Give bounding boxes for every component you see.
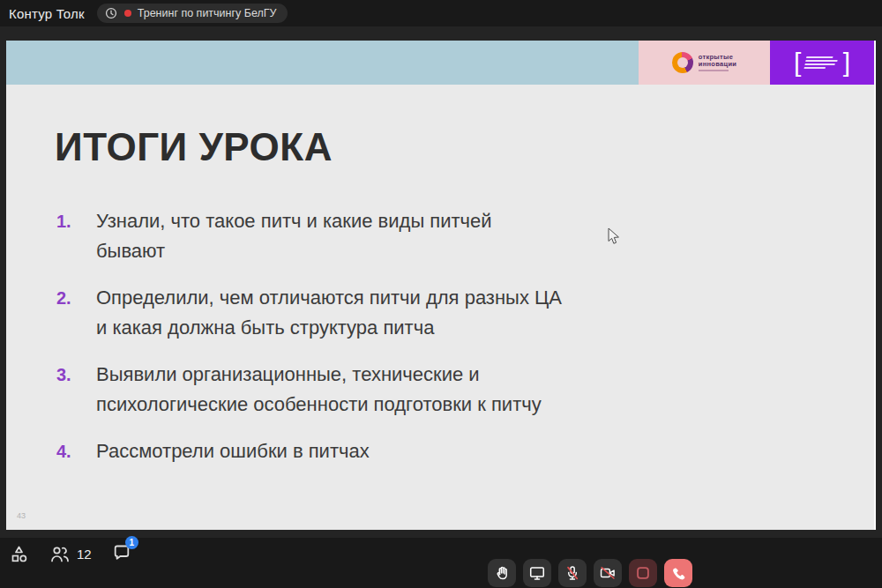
slide-page-number: 43	[17, 511, 26, 520]
participants-count: 12	[77, 547, 92, 562]
bottom-toolbar: 12 1	[0, 538, 882, 588]
list-item-line: психологические особенности подготовки к…	[96, 390, 542, 420]
phone-icon	[669, 564, 687, 582]
hand-icon	[493, 564, 511, 582]
list-item: 2. Определили, чем отличаются питчи для …	[56, 283, 562, 343]
top-bar: Контур Толк Тренинг по питчингу БелГУ	[0, 0, 882, 26]
participants-button[interactable]: 12	[49, 544, 92, 564]
slide-header-purple-bar: [ ]	[770, 41, 874, 85]
mic-off-icon	[564, 564, 581, 582]
monitor-icon	[528, 564, 546, 582]
list-item-number: 4.	[56, 436, 79, 466]
app-window: Контур Толк Тренинг по питчингу БелГУ от…	[0, 0, 882, 588]
chat-button[interactable]: 1	[111, 542, 132, 566]
list-item: 1. Узнали, что такое питч и какие виды п…	[56, 206, 492, 266]
recording-button[interactable]	[629, 559, 657, 587]
list-item-line: Узнали, что такое питч и какие виды питч…	[96, 206, 492, 236]
open-innovations-mark-icon	[672, 52, 693, 73]
slide-title: ИТОГИ УРОКА	[55, 125, 333, 169]
chat-unread-badge: 1	[125, 536, 138, 549]
scene-layout-button[interactable]	[9, 544, 29, 564]
list-item-line: бывают	[96, 236, 492, 266]
open-innovations-text: инновации	[699, 61, 736, 68]
microphone-muted-button[interactable]	[558, 559, 587, 587]
list-item: 4. Рассмотрели ошибки в питчах	[56, 436, 370, 466]
meeting-title: Тренинг по питчингу БелГУ	[138, 7, 277, 19]
raise-hand-button[interactable]	[488, 559, 516, 587]
list-item-line: Рассмотрели ошибки в питчах	[96, 436, 370, 466]
list-item-text: Определили, чем отличаются питчи для раз…	[96, 283, 562, 343]
open-innovations-tagline	[699, 70, 729, 71]
list-item: 3. Выявили организационные, технические …	[56, 360, 542, 420]
slide-header-pink-bar: открытые инновации	[639, 41, 770, 85]
meeting-badge[interactable]: Тренинг по питчингу БелГУ	[97, 4, 288, 23]
screen-share-stage: открытые инновации [ ] ИТОГИ УРОКА	[0, 26, 882, 538]
recording-dot-icon	[124, 10, 131, 17]
camera-off-button[interactable]	[594, 559, 622, 587]
list-item-text: Узнали, что такое питч и какие виды питч…	[96, 206, 492, 266]
list-item-line: Определили, чем отличаются питчи для раз…	[96, 283, 562, 313]
shared-slide: открытые инновации [ ] ИТОГИ УРОКА	[6, 41, 876, 530]
slide-header: открытые инновации [ ]	[6, 41, 874, 85]
open-innovations-logo: открытые инновации	[672, 52, 736, 73]
camera-off-icon	[599, 564, 617, 582]
people-icon	[49, 544, 71, 564]
list-item-text: Рассмотрели ошибки в питчах	[96, 436, 370, 466]
list-item-number: 1.	[56, 206, 79, 266]
list-item-number: 3.	[56, 360, 79, 420]
app-title: Контур Толк	[9, 6, 85, 21]
list-item-text: Выявили организационные, технические и п…	[96, 360, 542, 420]
hang-up-button[interactable]	[664, 559, 692, 587]
bracket-logo-icon: [ ]	[794, 48, 850, 78]
screen-share-button[interactable]	[523, 559, 551, 587]
record-square-icon	[634, 564, 652, 582]
slide-header-blue-bar	[6, 41, 639, 85]
shapes-icon	[9, 544, 29, 564]
list-item-line: Выявили организационные, технические и	[96, 360, 542, 390]
list-item-number: 2.	[56, 283, 79, 343]
timer-icon	[104, 6, 118, 20]
list-item-line: и какая должна быть структура питча	[96, 313, 562, 343]
